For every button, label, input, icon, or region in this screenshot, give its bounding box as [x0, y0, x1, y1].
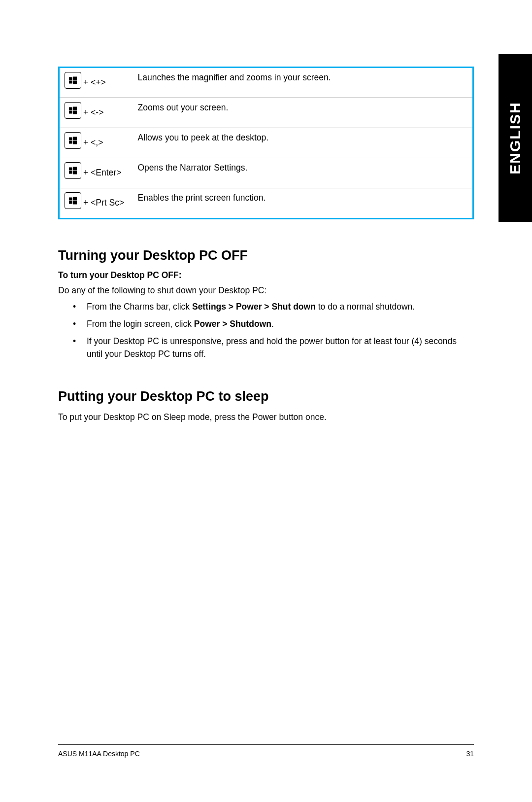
bullet-post: . [271, 319, 274, 329]
svg-rect-19 [73, 201, 77, 205]
shortcut-combo: + <-> [83, 107, 103, 117]
shortcut-combo: + <,> [83, 138, 103, 147]
shortcuts-table: + <+>Launches the magnifier and zooms in… [58, 67, 474, 219]
bullet-bold: Power > Shutdown [194, 319, 271, 329]
table-row: + <Enter>Opens the Narrator Settings. [59, 158, 473, 188]
svg-rect-8 [69, 138, 72, 140]
bullet-pre: From the Charms bar, click [87, 302, 192, 312]
page-footer: ASUS M11AA Desktop PC 31 [58, 744, 474, 758]
shortcut-key-cell: + <+> [59, 68, 133, 98]
heading-sleep: Putting your Desktop PC to sleep [58, 389, 474, 404]
windows-key-icon [65, 162, 81, 179]
footer-page-number: 31 [466, 750, 474, 758]
language-tab: ENGLISH [499, 54, 532, 222]
bullets-turning-off: From the Charms bar, click Settings > Po… [73, 301, 474, 361]
shortcut-desc-cell: Launches the magnifier and zooms in your… [133, 68, 473, 98]
table-row: + <->Zooms out your screen. [59, 98, 473, 128]
footer-product: ASUS M11AA Desktop PC [58, 750, 140, 758]
windows-key-icon [65, 192, 81, 209]
list-item: From the Charms bar, click Settings > Po… [73, 301, 474, 313]
bullet-pre: From the login screen, click [87, 319, 194, 329]
bullet-bold: Settings > Power > Shut down [192, 302, 316, 312]
svg-rect-16 [69, 198, 72, 201]
table-row: + <Prt Sc>Enables the print screen funct… [59, 188, 473, 219]
shortcut-combo: + <+> [83, 77, 106, 87]
shortcut-combo: + <Prt Sc> [83, 198, 124, 208]
svg-rect-12 [69, 168, 72, 171]
shortcut-combo: + <Enter> [83, 168, 121, 177]
windows-key-icon [65, 102, 81, 119]
shortcut-key-cell: + <Enter> [59, 158, 133, 188]
list-item: If your Desktop PC is unresponsive, pres… [73, 335, 474, 360]
bullet-post: to do a normal shutdown. [316, 302, 415, 312]
svg-rect-1 [73, 77, 77, 80]
svg-rect-14 [69, 171, 72, 174]
table-row: + <,>Allows you to peek at the desktop. [59, 128, 473, 158]
shortcuts-tbody: + <+>Launches the magnifier and zooms in… [59, 68, 473, 219]
body-sleep: To put your Desktop PC on Sleep mode, pr… [58, 411, 474, 423]
svg-rect-6 [69, 111, 72, 114]
svg-rect-3 [73, 81, 77, 84]
bullet-pre: If your Desktop PC is unresponsive, pres… [87, 336, 457, 358]
page-content: + <+>Launches the magnifier and zooms in… [58, 67, 474, 427]
svg-rect-10 [69, 141, 72, 144]
svg-rect-13 [73, 167, 77, 171]
intro-turning-off: Do any of the following to shut down you… [58, 284, 474, 297]
subhead-turning-off: To turn your Desktop PC OFF: [58, 270, 474, 280]
svg-rect-9 [73, 137, 77, 140]
shortcut-key-cell: + <Prt Sc> [59, 188, 133, 219]
windows-key-icon [65, 72, 81, 89]
svg-rect-17 [73, 197, 77, 201]
svg-rect-2 [69, 81, 72, 84]
svg-rect-11 [73, 141, 77, 144]
shortcut-desc-cell: Allows you to peek at the desktop. [133, 128, 473, 158]
shortcut-key-cell: + <,> [59, 128, 133, 158]
windows-key-icon [65, 132, 81, 149]
table-row: + <+>Launches the magnifier and zooms in… [59, 68, 473, 98]
svg-rect-4 [69, 107, 72, 110]
shortcut-key-cell: + <-> [59, 98, 133, 128]
shortcut-desc-cell: Zooms out your screen. [133, 98, 473, 128]
svg-rect-18 [69, 201, 72, 204]
shortcut-desc-cell: Enables the print screen function. [133, 188, 473, 219]
svg-rect-15 [73, 171, 77, 174]
list-item: From the login screen, click Power > Shu… [73, 318, 474, 330]
shortcut-desc-cell: Opens the Narrator Settings. [133, 158, 473, 188]
language-label: ENGLISH [507, 102, 524, 174]
svg-rect-7 [73, 111, 77, 114]
svg-rect-5 [73, 107, 77, 110]
svg-rect-0 [69, 77, 72, 80]
heading-turning-off: Turning your Desktop PC OFF [58, 248, 474, 263]
